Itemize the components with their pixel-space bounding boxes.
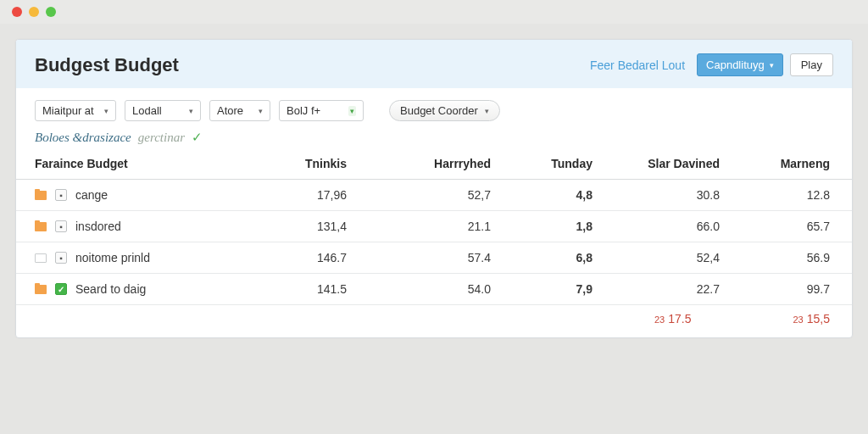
primary-action-button[interactable]: Capndlituyg ▾ <box>697 53 783 76</box>
col-tunday[interactable]: Tunday <box>499 150 601 180</box>
col-tninkis[interactable]: Tninkis <box>236 150 355 180</box>
chevron-down-icon: ▾ <box>104 107 108 115</box>
checkbox-icon[interactable]: ▪ <box>55 252 67 264</box>
totals-row: 23 17.5 23 15,5 <box>16 305 852 337</box>
page-title: Budgest Budget <box>35 54 590 76</box>
row-name: Seard to daig <box>75 282 146 296</box>
close-icon[interactable] <box>12 7 22 17</box>
total-marneng: 23 15,5 <box>793 312 831 326</box>
cell-value: 6,8 <box>499 242 601 274</box>
checkbox-checked-icon[interactable]: ✓ <box>55 283 67 295</box>
filter-label: BolJ f+ <box>287 104 320 117</box>
status-line: Boloes &drasizace gerctinar ✓ <box>16 130 852 150</box>
filter-lodall[interactable]: Lodall ▾ <box>125 100 201 121</box>
col-marneng[interactable]: Marneng <box>728 150 852 180</box>
row-name: cange <box>75 188 108 202</box>
play-button[interactable]: Play <box>790 53 833 76</box>
cell-value: 146.7 <box>236 242 355 274</box>
cell-value: 57.4 <box>355 242 499 274</box>
table-header-row: Faraince Budget Tninkis Harrryhed Tunday… <box>16 150 852 180</box>
app-window: Budgest Budget Feer Bedarel Lout Capndli… <box>15 39 853 338</box>
chevron-down-icon: ▾ <box>259 107 263 115</box>
filter-label: Budget Coorder <box>400 104 478 117</box>
chevron-down-icon: ▾ <box>189 107 193 115</box>
row-name: noitome prinld <box>75 251 150 264</box>
cell-value: 54.0 <box>355 274 499 305</box>
col-slar-davined[interactable]: Slar Davined <box>601 150 728 180</box>
page-header: Budgest Budget Feer Bedarel Lout Capndli… <box>16 40 852 88</box>
table-row[interactable]: ▪insdored131,421.11,866.065.7 <box>16 211 852 242</box>
folder-icon <box>35 191 47 200</box>
cell-value: 7,9 <box>499 274 601 305</box>
cell-value: 4,8 <box>499 180 601 211</box>
chevron-down-icon: ▾ <box>770 61 774 70</box>
cell-value: 56.9 <box>728 242 852 274</box>
filter-bar: Miaitpur at ▾ Lodall ▾ Atore ▾ BolJ f+ ▾… <box>16 88 852 130</box>
cell-value: 22.7 <box>601 274 728 305</box>
chevron-down-icon: ▾ <box>485 107 489 115</box>
total-slar-davined: 23 17.5 <box>654 312 692 326</box>
filter-budget-coorder[interactable]: Budget Coorder ▾ <box>389 100 500 121</box>
status-sub: gerctinar <box>138 131 185 145</box>
cell-value: 17,96 <box>236 180 355 211</box>
cell-value: 52,7 <box>355 180 499 211</box>
maximize-icon[interactable] <box>46 7 56 17</box>
filter-label: Atore <box>217 104 243 117</box>
filter-label: Lodall <box>132 104 162 117</box>
cell-value: 65.7 <box>728 211 852 242</box>
cell-value: 141.5 <box>236 274 355 305</box>
cell-value: 131,4 <box>236 211 355 242</box>
cell-value: 21.1 <box>355 211 499 242</box>
filter-miaitpur[interactable]: Miaitpur at ▾ <box>35 100 116 121</box>
window-titlebar <box>0 0 868 24</box>
cell-value: 66.0 <box>601 211 728 242</box>
header-link[interactable]: Feer Bedarel Lout <box>590 58 685 72</box>
check-icon: ✓ <box>192 130 203 145</box>
minimize-icon[interactable] <box>29 7 39 17</box>
folder-icon <box>35 253 47 263</box>
row-name: insdored <box>75 220 121 233</box>
checkbox-icon[interactable]: ▪ <box>55 189 67 201</box>
col-name[interactable]: Faraince Budget <box>16 150 236 180</box>
filter-label: Miaitpur at <box>42 104 94 117</box>
checkbox-icon[interactable]: ▪ <box>55 220 67 232</box>
cell-value: 12.8 <box>728 180 852 211</box>
status-main: Boloes &drasizace <box>35 131 131 145</box>
filter-atore[interactable]: Atore ▾ <box>209 100 270 121</box>
cell-value: 52,4 <box>601 242 728 274</box>
budget-table: Faraince Budget Tninkis Harrryhed Tunday… <box>16 150 852 305</box>
chevron-down-icon: ▾ <box>348 106 356 116</box>
cell-value: 30.8 <box>601 180 728 211</box>
table-row[interactable]: ✓Seard to daig141.554.07,922.799.7 <box>16 274 852 305</box>
cell-value: 1,8 <box>499 211 601 242</box>
folder-icon <box>35 222 47 231</box>
folder-icon <box>35 285 47 294</box>
filter-bolj[interactable]: BolJ f+ ▾ <box>279 100 364 121</box>
table-row[interactable]: ▪noitome prinld146.757.46,852,456.9 <box>16 242 852 274</box>
cell-value: 99.7 <box>728 274 852 305</box>
table-row[interactable]: ▪cange17,9652,74,830.812.8 <box>16 180 852 211</box>
col-harrryhed[interactable]: Harrryhed <box>355 150 499 180</box>
primary-action-label: Capndlituyg <box>706 58 765 71</box>
